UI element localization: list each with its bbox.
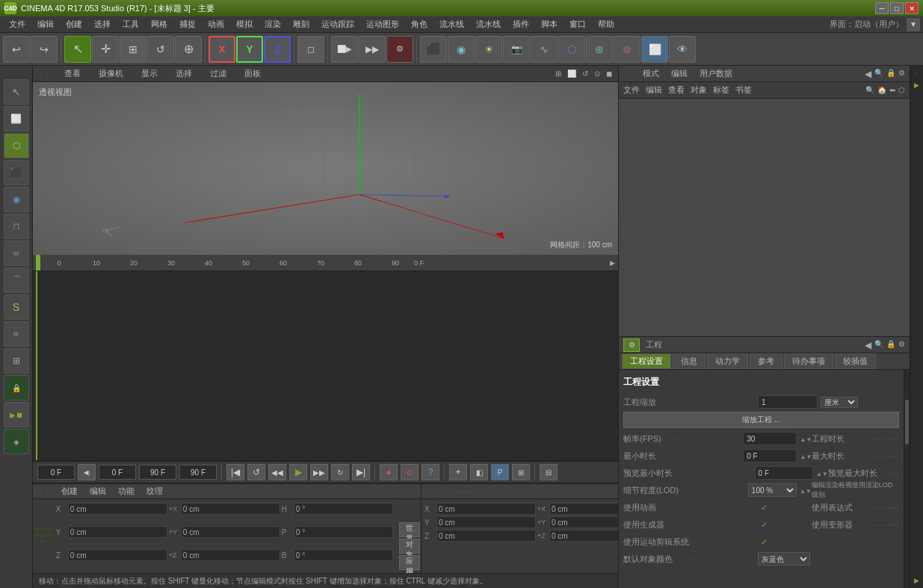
prev-keyframe-button[interactable]: ◀|	[78, 464, 96, 480]
attr-tab-dynamics[interactable]: 动力学	[707, 353, 748, 369]
scale-tool-button[interactable]: ⊞	[120, 36, 146, 63]
redo-button[interactable]: ↪	[31, 36, 58, 63]
free-transform-button[interactable]: ⊕	[175, 36, 202, 63]
y-position-input[interactable]	[68, 526, 167, 538]
vp-tab-select[interactable]: 选择	[170, 66, 198, 81]
sphere-button[interactable]: ◉	[448, 36, 475, 63]
box-tool-button[interactable]: ⬛	[4, 160, 29, 185]
x-axis-button[interactable]: X	[209, 36, 235, 63]
object-mode-button[interactable]: ◻	[297, 36, 324, 63]
menu-motion-track[interactable]: 运动跟踪	[315, 17, 360, 31]
attr-search-icon[interactable]: 🔍	[874, 340, 883, 350]
play-reverse-button[interactable]: ◀◀	[268, 464, 286, 480]
undo-button[interactable]: ↩	[3, 36, 30, 63]
disp-x[interactable]	[436, 503, 536, 515]
animation-checkbox[interactable]: ✓	[761, 503, 768, 513]
lod-select[interactable]: 100 %50 %75 %	[748, 483, 797, 497]
light-button[interactable]: ☀	[475, 36, 502, 63]
obj-menu-objects[interactable]: 对象	[691, 84, 707, 96]
camera-button[interactable]: 📷	[503, 36, 530, 63]
x-world-input[interactable]	[181, 503, 280, 515]
timeline-btn3[interactable]: ⚙	[386, 36, 413, 63]
vp-tab-display[interactable]: 显示	[135, 66, 164, 81]
menu-file[interactable]: 文件	[3, 17, 31, 31]
layer-button[interactable]: ◧	[470, 464, 488, 480]
attr-gear-icon[interactable]: ⚙	[898, 340, 905, 350]
vp-tab-filter[interactable]: 过滤	[204, 66, 232, 81]
add-keyframe-button[interactable]: ●	[380, 464, 398, 480]
menu-mesh[interactable]: 网格	[145, 17, 173, 31]
keyframe-button[interactable]: ◈	[4, 429, 29, 454]
obj-home-icon[interactable]: 🏠	[877, 86, 886, 94]
bl-tab-edit[interactable]: 编辑	[87, 485, 109, 498]
help-button[interactable]: ?	[422, 464, 439, 480]
sphere-side-button[interactable]: ◉	[4, 187, 29, 212]
motionclip-checkbox[interactable]: ✓	[761, 537, 768, 547]
fr-btn2[interactable]: ▶	[911, 575, 923, 587]
go-start-button[interactable]: |◀	[226, 464, 244, 480]
menu-create[interactable]: 创建	[60, 17, 88, 31]
obj-menu-bookmarks[interactable]: 书签	[735, 84, 752, 96]
z-position-input[interactable]	[68, 549, 167, 561]
add-track-button[interactable]: +	[449, 464, 467, 480]
sculpt-tool-button[interactable]: ⬡	[4, 133, 29, 158]
timeline-track[interactable]	[33, 271, 618, 461]
attr-scrollbar[interactable]	[904, 370, 910, 588]
timeline-btn1[interactable]: ⬜▶	[331, 36, 358, 63]
select-tool-button[interactable]: ↖	[64, 36, 91, 63]
vp-tab-camera[interactable]: 摄像机	[93, 66, 129, 81]
vp-tab-panel[interactable]: 面板	[238, 66, 267, 81]
obj-color-select[interactable]: 灰蓝色红色绿色	[758, 552, 810, 566]
bl-tab-texture[interactable]: 纹理	[143, 485, 166, 498]
s-curve-button[interactable]: S	[4, 294, 29, 320]
menu-pipeline2[interactable]: 流水线	[470, 17, 507, 31]
go-prev-button[interactable]: ↺	[247, 464, 265, 480]
world-space-button[interactable]: 世界坐标系	[399, 522, 420, 537]
obj-nav-icon[interactable]: ⬅	[889, 86, 895, 94]
interface-dropdown[interactable]: ▼	[907, 18, 920, 31]
render-button[interactable]: ⬜	[641, 36, 668, 63]
cube-button[interactable]: ⬛	[420, 36, 447, 63]
motion-path-button[interactable]: P	[491, 464, 509, 480]
attr-tab-todo[interactable]: 待办事项	[784, 353, 833, 369]
play-forward-fast[interactable]: ▶▶	[310, 464, 328, 480]
menu-select[interactable]: 选择	[88, 17, 117, 31]
vp-icon3[interactable]: ↺	[581, 69, 590, 78]
keyframe-auto-button[interactable]: ⊙	[401, 464, 419, 480]
menu-plugins[interactable]: 插件	[507, 17, 535, 31]
timeline-btn2[interactable]: ▶▶	[359, 36, 386, 63]
titlebar-controls[interactable]: ─ □ ✕	[875, 2, 919, 14]
attr-tab-interpolate[interactable]: 较插值	[835, 353, 876, 369]
menu-help[interactable]: 帮助	[592, 17, 620, 31]
lock-button[interactable]: 🔒	[4, 375, 29, 400]
apply-button[interactable]: 应用	[399, 555, 420, 570]
disp-wz[interactable]	[549, 530, 618, 542]
fr-collapse-btn[interactable]: ▶	[911, 79, 923, 91]
viewport-render-button[interactable]: 👁	[669, 36, 696, 63]
deformer-button[interactable]: ⊛	[586, 36, 613, 63]
menu-script[interactable]: 脚本	[535, 17, 564, 31]
prevmin-value[interactable]: 0 F	[755, 466, 813, 480]
disp-z[interactable]	[436, 530, 536, 542]
obj-tab-userdata[interactable]: 用户数据	[695, 67, 737, 80]
bl-tab-create[interactable]: 创建	[58, 485, 81, 498]
fps-value[interactable]: 30	[743, 432, 797, 445]
move-tool-button[interactable]: ✛	[92, 36, 119, 63]
rotate-tool-button[interactable]: ↺	[147, 36, 174, 63]
current-frame-input[interactable]	[37, 465, 75, 480]
attr-tab-info[interactable]: 信息	[673, 353, 706, 369]
vp-tab-view[interactable]: 查看	[58, 66, 87, 81]
obj-menu-view[interactable]: 查看	[668, 84, 685, 96]
b-input[interactable]	[294, 549, 393, 561]
disp-wx[interactable]	[549, 503, 618, 515]
end-frame-input[interactable]	[139, 465, 176, 480]
attr-scale-value[interactable]: 1	[758, 395, 818, 409]
obj-menu-file[interactable]: 文件	[623, 84, 640, 96]
bend-button[interactable]: ⌒	[4, 267, 29, 293]
close-button[interactable]: ✕	[905, 2, 919, 14]
attr-tab-ref[interactable]: 参考	[750, 353, 782, 369]
x-position-input[interactable]	[68, 503, 167, 515]
paint-tool-button[interactable]: ⬜	[4, 106, 29, 131]
fr-btn1[interactable]: ⋮	[911, 67, 923, 79]
p-input[interactable]	[294, 526, 393, 538]
